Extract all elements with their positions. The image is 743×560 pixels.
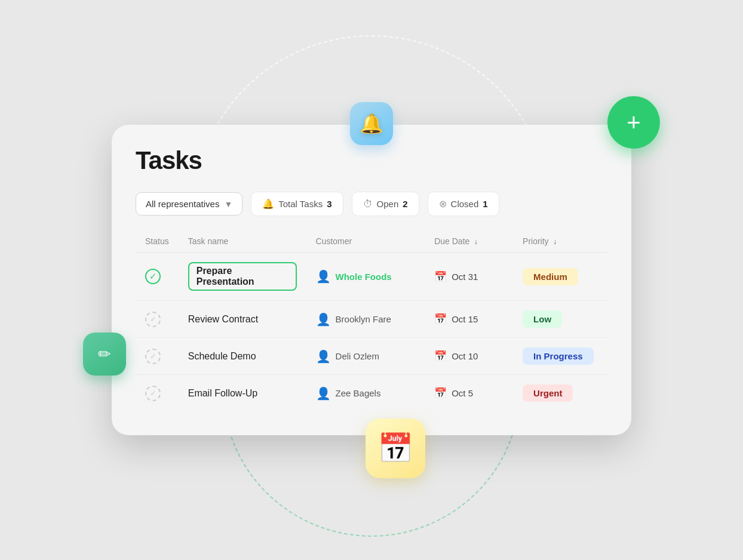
customer-cell: 👤 Zee Bagels bbox=[316, 386, 416, 401]
table-body: ✓Prepare Presentation 👤 Whole Foods 📅 Oc… bbox=[136, 253, 607, 412]
row-2-duedate: 📅 Oct 10 bbox=[425, 338, 513, 375]
row-3-status[interactable]: ✓ bbox=[136, 375, 179, 412]
table-row: ✓Email Follow-Up 👤 Zee Bagels 📅 Oct 5 Ur… bbox=[136, 375, 607, 412]
calendar-icon: 📅 bbox=[377, 432, 413, 465]
representatives-dropdown[interactable]: All representatives ▼ bbox=[136, 192, 242, 216]
customer-name: Brooklyn Fare bbox=[336, 314, 391, 324]
customer-name: Deli Ozlem bbox=[336, 351, 379, 361]
row-1-status[interactable]: ✓ bbox=[136, 301, 179, 338]
row-2-status[interactable]: ✓ bbox=[136, 338, 179, 375]
stat-count: 3 bbox=[327, 199, 331, 209]
stat-label: Closed bbox=[451, 199, 479, 209]
row-3-duedate: 📅 Oct 5 bbox=[425, 375, 513, 412]
row-0-status[interactable]: ✓ bbox=[136, 253, 179, 301]
row-3-task: Email Follow-Up bbox=[179, 375, 306, 412]
th-customer: Customer bbox=[306, 230, 425, 253]
edit-icon: ✏ bbox=[98, 345, 111, 364]
row-3-customer: 👤 Zee Bagels bbox=[306, 375, 425, 412]
due-date-cell: 📅 Oct 31 bbox=[434, 270, 503, 283]
th-duedate[interactable]: Due Date ↓ bbox=[425, 230, 513, 253]
row-0-duedate: 📅 Oct 31 bbox=[425, 253, 513, 301]
customer-avatar-icon: 👤 bbox=[316, 269, 331, 284]
priority-badge: Medium bbox=[523, 268, 578, 285]
sort-arrow: ↓ bbox=[472, 238, 477, 246]
due-date-cell: 📅 Oct 10 bbox=[434, 350, 503, 362]
table-row: ✓Review Contract 👤 Brooklyn Fare 📅 Oct 1… bbox=[136, 301, 607, 338]
plus-icon: + bbox=[627, 110, 640, 134]
stat-pill-open: ⏱ Open 2 bbox=[352, 192, 419, 216]
bell-icon: 🔔 bbox=[360, 112, 383, 135]
scene: 🔔 + ✏ 📅 Tasks All representatives ▼ 🔔 To… bbox=[73, 71, 670, 489]
stat-icon: ⊗ bbox=[439, 198, 447, 210]
due-date-value: Oct 5 bbox=[452, 388, 473, 398]
th-priority[interactable]: Priority ↓ bbox=[513, 230, 607, 253]
stat-count: 1 bbox=[483, 199, 487, 209]
dropdown-label: All representatives bbox=[146, 199, 219, 209]
table-row: ✓Prepare Presentation 👤 Whole Foods 📅 Oc… bbox=[136, 253, 607, 301]
stat-pill-total-tasks: 🔔 Total Tasks 3 bbox=[251, 192, 343, 216]
customer-cell: 👤 Whole Foods bbox=[316, 269, 416, 284]
customer-avatar-icon: 👤 bbox=[316, 386, 331, 401]
due-date-value: Oct 31 bbox=[452, 272, 478, 282]
row-2-customer: 👤 Deli Ozlem bbox=[306, 338, 425, 375]
status-open-icon: ✓ bbox=[145, 312, 161, 327]
th-status: Status bbox=[136, 230, 179, 253]
add-task-button[interactable]: + bbox=[607, 96, 660, 149]
status-open-icon: ✓ bbox=[145, 349, 161, 364]
filter-bar: All representatives ▼ 🔔 Total Tasks 3 ⏱ … bbox=[136, 192, 607, 216]
page-title: Tasks bbox=[136, 146, 607, 175]
priority-badge: Urgent bbox=[523, 384, 573, 402]
stats-container: 🔔 Total Tasks 3 ⏱ Open 2 ⊗ Closed 1 bbox=[251, 192, 499, 216]
priority-badge: In Progress bbox=[523, 347, 594, 365]
priority-badge: Low bbox=[523, 310, 562, 328]
table-header: StatusTask nameCustomerDue Date ↓Priorit… bbox=[136, 230, 607, 253]
customer-cell: 👤 Brooklyn Fare bbox=[316, 312, 416, 327]
th-task: Task name bbox=[179, 230, 306, 253]
calendar-icon: 📅 bbox=[434, 313, 447, 325]
task-table: StatusTask nameCustomerDue Date ↓Priorit… bbox=[136, 230, 607, 411]
stat-pill-closed: ⊗ Closed 1 bbox=[428, 192, 499, 216]
task-name: Email Follow-Up bbox=[188, 388, 257, 398]
sort-arrow: ↓ bbox=[551, 238, 557, 246]
stat-count: 2 bbox=[403, 199, 407, 209]
row-0-task: Prepare Presentation bbox=[179, 253, 306, 301]
row-0-customer[interactable]: 👤 Whole Foods bbox=[306, 253, 425, 301]
due-date-cell: 📅 Oct 5 bbox=[434, 387, 503, 399]
customer-name[interactable]: Whole Foods bbox=[336, 272, 392, 282]
calendar-icon: 📅 bbox=[434, 350, 447, 362]
due-date-cell: 📅 Oct 15 bbox=[434, 313, 503, 325]
edit-button[interactable]: ✏ bbox=[83, 333, 126, 376]
customer-avatar-icon: 👤 bbox=[316, 349, 331, 364]
task-name: Review Contract bbox=[188, 314, 258, 324]
row-2-task: Schedule Demo bbox=[179, 338, 306, 375]
stat-icon: ⏱ bbox=[363, 199, 373, 210]
chevron-down-icon: ▼ bbox=[224, 199, 232, 209]
row-2-priority: In Progress bbox=[513, 338, 607, 375]
stat-icon: 🔔 bbox=[262, 198, 274, 210]
row-1-priority: Low bbox=[513, 301, 607, 338]
calendar-icon: 📅 bbox=[434, 387, 447, 399]
row-3-priority: Urgent bbox=[513, 375, 607, 412]
due-date-value: Oct 10 bbox=[452, 351, 478, 361]
table-row: ✓Schedule Demo 👤 Deli Ozlem 📅 Oct 10 In … bbox=[136, 338, 607, 375]
stat-label: Total Tasks bbox=[278, 199, 323, 209]
row-0-priority: Medium bbox=[513, 253, 607, 301]
customer-cell: 👤 Deli Ozlem bbox=[316, 349, 416, 364]
status-done-icon: ✓ bbox=[145, 269, 161, 284]
row-1-task: Review Contract bbox=[179, 301, 306, 338]
calendar-widget[interactable]: 📅 bbox=[366, 419, 425, 478]
task-name-highlighted[interactable]: Prepare Presentation bbox=[188, 262, 297, 291]
calendar-icon: 📅 bbox=[434, 270, 447, 283]
row-1-duedate: 📅 Oct 15 bbox=[425, 301, 513, 338]
main-card: 🔔 + ✏ 📅 Tasks All representatives ▼ 🔔 To… bbox=[112, 125, 631, 435]
row-1-customer: 👤 Brooklyn Fare bbox=[306, 301, 425, 338]
customer-avatar-icon: 👤 bbox=[316, 312, 331, 327]
status-open-icon: ✓ bbox=[145, 386, 161, 401]
due-date-value: Oct 15 bbox=[452, 314, 478, 324]
task-name: Schedule Demo bbox=[188, 351, 256, 361]
bell-button[interactable]: 🔔 bbox=[350, 102, 393, 145]
stat-label: Open bbox=[377, 199, 399, 209]
customer-name: Zee Bagels bbox=[336, 388, 381, 398]
